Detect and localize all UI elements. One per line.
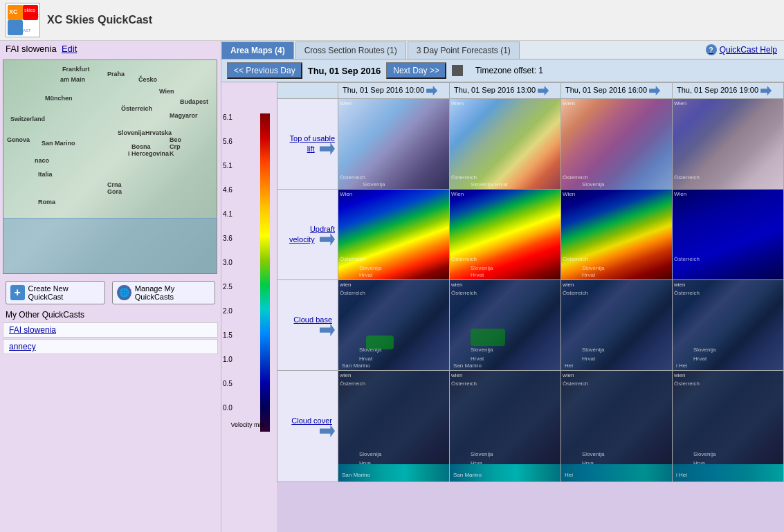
globe-icon: 🌐 xyxy=(117,285,131,300)
map-label-naco: naco xyxy=(35,157,49,164)
time-col-1: Thu, 01 Sep 2016 13:00 xyxy=(450,83,561,99)
map-label-budapest: Budapest xyxy=(180,98,208,105)
scale-val-4: 4.1 xyxy=(223,210,233,218)
scale-val-2: 5.1 xyxy=(223,162,233,169)
cell-label-3-0: Wien xyxy=(674,100,686,107)
map-label-wien: Wien xyxy=(159,88,174,95)
main-layout: FAI slowenia Edit Frankfurt Praha am Mai… xyxy=(0,41,784,532)
map-cell-updraft-3[interactable]: Wien Österreich xyxy=(673,190,784,280)
tab-area-maps[interactable]: Area Maps (4) xyxy=(221,42,294,59)
svg-text:SOARING: SOARING xyxy=(24,13,39,17)
map-cell-lift-0[interactable]: Wien Österreich Slovenija xyxy=(338,99,450,190)
right-panel: Area Maps (4) Cross Section Routes (1) 3… xyxy=(221,41,784,532)
row-label-cloud-cover[interactable]: Cloud cover xyxy=(289,414,335,428)
scale-val-5: 3.6 xyxy=(223,235,233,242)
map-label-hrvatska: Hrvatska xyxy=(145,129,172,136)
map-cell-lift-2[interactable]: Wien Österreich Slovenija xyxy=(561,99,673,190)
scale-val-8: 2.0 xyxy=(223,307,233,315)
map-label-prag: Praha xyxy=(107,71,125,77)
cell-label-cc1-0: wien xyxy=(451,372,462,378)
time-arrow-1 xyxy=(538,86,549,95)
map-cell-cloud-3[interactable]: wien Österreich Slovenija Hrvat i Hei xyxy=(673,280,784,371)
map-cell-cloud-2[interactable]: wien Österreich Slovenija Hrvat Hei xyxy=(561,280,673,371)
row-label-cloud-base[interactable]: Cloud base xyxy=(291,313,335,327)
map-cell-cloud-0[interactable]: wien Österreich Slovenija Hrvat San Mari… xyxy=(338,280,450,371)
scale-gradient xyxy=(260,113,270,432)
map-cell-lift-3[interactable]: Wien Österreich xyxy=(673,99,784,190)
scale-val-3: 4.6 xyxy=(223,186,233,194)
map-cell-updraft-0[interactable]: Wien Österreich Slovenija Hrvat xyxy=(338,190,450,280)
cell-label-u0-0: Wien xyxy=(340,191,352,197)
map-label-crna: Crna xyxy=(107,181,122,188)
map-label-munchen: München xyxy=(45,95,73,102)
help-link[interactable]: ? QuickCast Help xyxy=(699,41,784,59)
quickcast-item-0[interactable]: FAI slowenia xyxy=(3,322,218,338)
row-top-lift: Top of usable lift Wien Österreich Slove… xyxy=(277,99,784,190)
create-manage-area: + Create New QuickCast 🌐 Manage My Quick… xyxy=(0,277,221,309)
map-cell-cloud-1[interactable]: wien Österreich Slovenija Hrvat San Mari… xyxy=(450,280,561,371)
svg-text:skies: skies xyxy=(24,8,35,12)
row-arrow-2[interactable] xyxy=(320,324,335,336)
scale-val-9: 1.5 xyxy=(223,331,233,339)
manage-btn-label: Manage My QuickCasts xyxy=(135,284,210,301)
prev-day-button[interactable]: << Previous Day xyxy=(227,62,302,79)
scale-val-11: 0.5 xyxy=(223,380,233,387)
manage-my-button[interactable]: 🌐 Manage My QuickCasts xyxy=(112,281,215,304)
help-label: QuickCast Help xyxy=(720,45,777,55)
time-col-3: Thu, 01 Sep 2016 19:00 xyxy=(673,83,784,99)
logo-image: XC skies SOARING FORECAST xyxy=(6,3,40,37)
time-col-2: Thu, 01 Sep 2016 16:00 xyxy=(561,83,673,99)
cell-label-c2-0: wien xyxy=(563,282,574,288)
cloud-patch xyxy=(471,329,505,346)
map-cell-cover-2[interactable]: wien Österreich Slovenija Hrva Hei xyxy=(561,371,673,482)
row-arrow-0[interactable] xyxy=(320,143,335,155)
sidebar-title: FAI slowenia Edit xyxy=(0,41,221,57)
grid-icon xyxy=(452,65,463,76)
map-label-slovenija-map: Slovenija xyxy=(118,129,145,136)
scale-val-7: 2.5 xyxy=(223,283,233,291)
map-label-main: am Main xyxy=(60,76,85,83)
time-arrow-2 xyxy=(649,86,660,95)
map-label-hercegovina: i Hercegovina xyxy=(128,150,169,157)
cell-label-2-0: Wien xyxy=(563,100,575,107)
map-label-frankfurt: Frankfurt xyxy=(62,66,90,73)
row-arrow-1[interactable] xyxy=(320,233,335,246)
row-cloud-cover: Cloud cover wien Österreich Slovenija Hr… xyxy=(277,371,784,482)
row-label-top-lift[interactable]: Top of usable lift xyxy=(287,131,335,156)
row-updraft: Updraft velocity Wien Österreich Sloveni… xyxy=(277,190,784,280)
row-arrow-3[interactable] xyxy=(320,425,335,437)
tabs-bar: Area Maps (4) Cross Section Routes (1) 3… xyxy=(221,41,784,59)
time-arrow-3 xyxy=(760,86,772,95)
map-label-magyaror: Magyaror xyxy=(170,112,198,119)
time-arrow-0 xyxy=(426,86,437,95)
map-cell-updraft-1[interactable]: Wien Österreich Slovenija Hrvat xyxy=(450,190,561,280)
map-label-beo: Beo xyxy=(170,136,181,143)
map-grid: Thu, 01 Sep 2016 10:00 Thu, 01 Sep 2016 … xyxy=(277,82,784,532)
quickcast-item-1[interactable]: annecy xyxy=(3,339,218,354)
time-header-row: Thu, 01 Sep 2016 10:00 Thu, 01 Sep 2016 … xyxy=(277,83,784,99)
tab-3day-forecast[interactable]: 3 Day Point Forecasts (1) xyxy=(408,42,520,59)
map-label-sanmarino-map: San Marino xyxy=(42,140,75,147)
help-icon: ? xyxy=(706,44,717,55)
cover-gradient-bar xyxy=(673,464,783,481)
cell-label-u2-0: Wien xyxy=(563,191,575,197)
next-day-button[interactable]: Next Day >> xyxy=(386,62,446,79)
row-cloud-base: Cloud base wien Österreich Slovenija Hrv… xyxy=(277,280,784,371)
map-cell-cover-1[interactable]: wien Österreich Slovenija Hrva San Marin… xyxy=(450,371,561,482)
map-cell-cover-3[interactable]: wien Österreich Slovenija Hrva i Hei xyxy=(673,371,784,482)
cell-label-u3-0: Wien xyxy=(674,191,686,197)
svg-rect-3 xyxy=(8,20,23,35)
sidebar: FAI slowenia Edit Frankfurt Praha am Mai… xyxy=(0,41,221,532)
row-label-updraft[interactable]: Updraft velocity xyxy=(289,222,335,246)
map-cell-updraft-2[interactable]: Wien Österreich Slovenija Hrvat xyxy=(561,190,673,280)
edit-link[interactable]: Edit xyxy=(62,44,77,54)
map-label-switzerland: Switzerland xyxy=(10,116,45,122)
map-label-italia: Italia xyxy=(38,171,53,178)
map-cell-cover-0[interactable]: wien Österreich Slovenija Hrva San Marin… xyxy=(338,371,450,482)
map-cell-lift-1[interactable]: Wien Österreich Slovenija Hrvat xyxy=(450,99,561,190)
cell-label-cc3-0: wien xyxy=(674,372,685,378)
tab-cross-section[interactable]: Cross Section Routes (1) xyxy=(295,42,406,59)
cell-label-1-0: Wien xyxy=(451,100,464,107)
svg-text:FORECAST: FORECAST xyxy=(8,28,31,33)
create-new-button[interactable]: + Create New QuickCast xyxy=(6,281,105,304)
